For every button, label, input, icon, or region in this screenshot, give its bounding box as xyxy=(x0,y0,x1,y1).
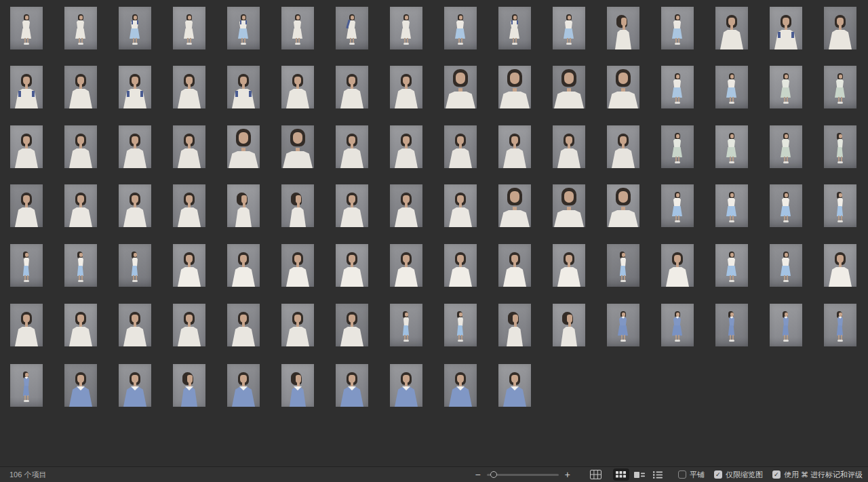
photo-thumbnail[interactable] xyxy=(607,7,639,49)
photo-thumbnail[interactable] xyxy=(336,66,368,108)
photo-thumbnail[interactable] xyxy=(227,125,260,168)
photo-thumbnail[interactable] xyxy=(444,7,477,49)
photo-thumbnail[interactable] xyxy=(498,364,531,407)
photo-thumbnail[interactable] xyxy=(119,244,151,287)
photo-thumbnail[interactable] xyxy=(227,364,260,407)
photo-thumbnail[interactable] xyxy=(336,244,368,287)
photo-thumbnail[interactable] xyxy=(281,125,314,168)
photo-thumbnail[interactable] xyxy=(498,244,531,287)
photo-thumbnail[interactable] xyxy=(661,304,694,346)
photo-thumbnail[interactable] xyxy=(227,304,260,346)
photo-thumbnail[interactable] xyxy=(281,184,314,227)
photo-thumbnail[interactable] xyxy=(824,184,856,227)
photo-thumbnail[interactable] xyxy=(281,244,314,287)
tile-checkbox[interactable]: 平铺 xyxy=(678,470,705,480)
list-view-icon[interactable] xyxy=(650,468,666,481)
photo-thumbnail[interactable] xyxy=(119,7,151,49)
photo-thumbnail[interactable] xyxy=(770,7,802,49)
photo-thumbnail[interactable] xyxy=(64,364,97,407)
photo-thumbnail[interactable] xyxy=(715,66,748,108)
photo-thumbnail[interactable] xyxy=(64,125,97,168)
photo-thumbnail[interactable] xyxy=(336,125,368,168)
photo-thumbnail[interactable] xyxy=(173,7,205,49)
photo-thumbnail[interactable] xyxy=(824,66,856,108)
photo-thumbnail[interactable] xyxy=(498,304,531,346)
checkbox-unchecked-icon[interactable] xyxy=(678,470,686,479)
photo-thumbnail[interactable] xyxy=(119,184,151,227)
photo-thumbnail[interactable] xyxy=(10,7,43,49)
photo-thumbnail[interactable] xyxy=(10,66,43,108)
photo-thumbnail[interactable] xyxy=(661,66,694,108)
photo-thumbnail[interactable] xyxy=(824,7,856,49)
photo-thumbnail[interactable] xyxy=(64,244,97,287)
photo-thumbnail[interactable] xyxy=(336,184,368,227)
photo-thumbnail[interactable] xyxy=(173,184,205,227)
photo-thumbnail[interactable] xyxy=(390,364,422,407)
photo-thumbnail[interactable] xyxy=(119,364,151,407)
photo-thumbnail[interactable] xyxy=(661,7,694,49)
use-cmd-rating-checkbox[interactable]: ✓使用 ⌘ 进行标记和评级 xyxy=(772,470,863,480)
slider-knob-icon[interactable] xyxy=(490,471,497,478)
photo-thumbnail[interactable] xyxy=(444,66,477,108)
photo-thumbnail[interactable] xyxy=(715,125,748,168)
checkbox-checked-icon[interactable]: ✓ xyxy=(714,470,722,479)
photo-thumbnail[interactable] xyxy=(553,125,585,168)
photo-thumbnail[interactable] xyxy=(10,184,43,227)
checkbox-checked-icon[interactable]: ✓ xyxy=(772,470,781,479)
photo-thumbnail[interactable] xyxy=(173,244,205,287)
photo-thumbnail[interactable] xyxy=(227,66,260,108)
photo-thumbnail[interactable] xyxy=(336,304,368,346)
photo-thumbnail[interactable] xyxy=(553,7,585,49)
photo-thumbnail[interactable] xyxy=(444,125,477,168)
grid-overview-icon[interactable] xyxy=(588,468,604,481)
photo-thumbnail[interactable] xyxy=(390,244,422,287)
photo-thumbnail[interactable] xyxy=(553,304,585,346)
photo-thumbnail[interactable] xyxy=(10,244,43,287)
photo-thumbnail[interactable] xyxy=(227,244,260,287)
thumbnail-size-slider[interactable] xyxy=(487,470,559,479)
photo-thumbnail[interactable] xyxy=(173,66,205,108)
photo-thumbnail[interactable] xyxy=(715,7,748,49)
photo-thumbnail[interactable] xyxy=(444,184,477,227)
photo-thumbnail[interactable] xyxy=(336,364,368,407)
photo-thumbnail[interactable] xyxy=(336,7,368,49)
icon-view-icon[interactable] xyxy=(613,468,629,481)
photo-thumbnail[interactable] xyxy=(173,304,205,346)
photo-thumbnail[interactable] xyxy=(10,125,43,168)
photo-thumbnail[interactable] xyxy=(390,125,422,168)
photo-thumbnail[interactable] xyxy=(281,7,314,49)
photo-thumbnail[interactable] xyxy=(444,304,477,346)
photo-thumbnail[interactable] xyxy=(770,125,802,168)
photo-thumbnail[interactable] xyxy=(444,244,477,287)
photo-thumbnail[interactable] xyxy=(661,125,694,168)
photo-thumbnail[interactable] xyxy=(607,125,639,168)
photo-thumbnail[interactable] xyxy=(607,244,639,287)
photo-thumbnail[interactable] xyxy=(553,184,585,227)
photo-thumbnail[interactable] xyxy=(553,244,585,287)
photo-thumbnail[interactable] xyxy=(824,304,856,346)
photo-thumbnail[interactable] xyxy=(227,7,260,49)
photo-thumbnail[interactable] xyxy=(64,304,97,346)
zoom-in-button[interactable]: + xyxy=(563,470,572,479)
photo-thumbnail[interactable] xyxy=(119,66,151,108)
photo-thumbnail[interactable] xyxy=(281,66,314,108)
photo-thumbnail[interactable] xyxy=(770,304,802,346)
photo-thumbnail[interactable] xyxy=(173,364,205,407)
photo-thumbnail[interactable] xyxy=(824,125,856,168)
photo-thumbnail[interactable] xyxy=(119,304,151,346)
photo-thumbnail[interactable] xyxy=(119,125,151,168)
photo-thumbnail[interactable] xyxy=(498,66,531,108)
photo-thumbnail[interactable] xyxy=(281,364,314,407)
photo-thumbnail[interactable] xyxy=(10,304,43,346)
photo-thumbnail[interactable] xyxy=(824,244,856,287)
photo-thumbnail[interactable] xyxy=(444,364,477,407)
photo-thumbnail[interactable] xyxy=(64,7,97,49)
photo-thumbnail[interactable] xyxy=(498,7,531,49)
photo-thumbnail[interactable] xyxy=(227,184,260,227)
photo-thumbnail[interactable] xyxy=(607,66,639,108)
photo-thumbnail[interactable] xyxy=(390,66,422,108)
photo-thumbnail[interactable] xyxy=(715,184,748,227)
gallery-view-icon[interactable] xyxy=(631,468,648,481)
photo-thumbnail[interactable] xyxy=(553,66,585,108)
photo-thumbnail[interactable] xyxy=(390,7,422,49)
